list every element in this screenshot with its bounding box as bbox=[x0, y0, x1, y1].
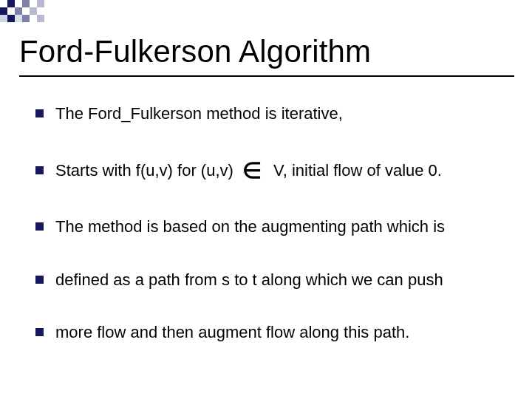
bullet-icon bbox=[35, 109, 44, 117]
list-item: The Ford_Fulkerson method is iterative, bbox=[35, 103, 508, 124]
bullet-icon bbox=[35, 276, 44, 284]
header-decoration bbox=[0, 0, 44, 7]
list-item: defined as a path from s to t along whic… bbox=[35, 270, 508, 290]
header-decoration-row3 bbox=[0, 15, 44, 22]
title-underline bbox=[19, 75, 514, 77]
list-item: The method is based on the augmenting pa… bbox=[35, 216, 508, 237]
text-part: Starts with f(u,v) for (u,v) bbox=[55, 161, 233, 180]
bullet-text: more flow and then augment flow along th… bbox=[55, 322, 508, 343]
slide-title: Ford-Fulkerson Algorithm bbox=[19, 34, 371, 69]
slide: Ford-Fulkerson Algorithm The Ford_Fulker… bbox=[0, 0, 532, 399]
header-decoration-row2 bbox=[0, 7, 37, 15]
list-item: Starts with f(u,v) for (u,v) ∈ V, initia… bbox=[35, 157, 508, 185]
text-part: V, initial flow of value 0. bbox=[273, 161, 442, 180]
bullet-text: The Ford_Fulkerson method is iterative, bbox=[55, 103, 508, 124]
bullet-icon bbox=[35, 222, 44, 231]
slide-body: The Ford_Fulkerson method is iterative, … bbox=[35, 103, 508, 375]
list-item: more flow and then augment flow along th… bbox=[35, 322, 508, 343]
bullet-icon bbox=[35, 328, 44, 336]
bullet-text: The method is based on the augmenting pa… bbox=[55, 216, 508, 237]
bullet-icon bbox=[35, 166, 44, 174]
bullet-text: Starts with f(u,v) for (u,v) ∈ V, initia… bbox=[55, 157, 508, 185]
element-of-symbol: ∈ bbox=[242, 157, 262, 185]
bullet-text: defined as a path from s to t along whic… bbox=[55, 270, 508, 290]
